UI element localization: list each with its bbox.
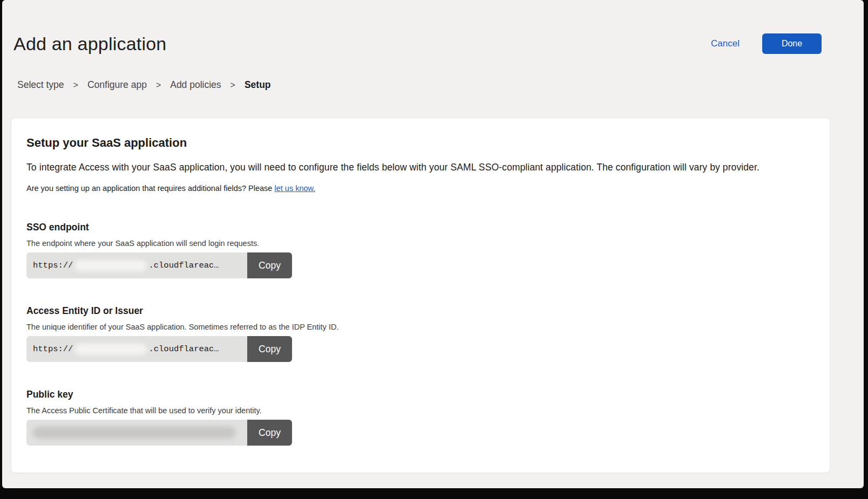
entity-id-value-prefix: https://	[33, 344, 73, 354]
breadcrumb-step-select-type[interactable]: Select type	[17, 79, 64, 91]
let-us-know-link[interactable]: let us know.	[274, 184, 315, 193]
setup-card: Setup your SaaS application To integrate…	[11, 118, 830, 473]
header-actions: Cancel Done	[711, 33, 822, 54]
card-intro-text: To integrate Access with your SaaS appli…	[26, 162, 815, 173]
breadcrumb-step-configure-app[interactable]: Configure app	[87, 79, 147, 91]
breadcrumb: Select type > Configure app > Add polici…	[2, 54, 864, 91]
entity-id-description: The unique identifier of your SaaS appli…	[26, 323, 815, 331]
breadcrumb-separator: >	[73, 80, 78, 90]
sso-endpoint-copy-button[interactable]: Copy	[247, 252, 292, 278]
public-key-value	[26, 420, 247, 446]
sso-endpoint-section: SSO endpoint The endpoint where your Saa…	[26, 222, 815, 278]
public-key-field: Copy	[26, 420, 292, 446]
public-key-label: Public key	[26, 389, 815, 400]
page-title: Add an application	[13, 33, 822, 54]
sso-endpoint-description: The endpoint where your SaaS application…	[26, 239, 815, 248]
page-header: Add an application Cancel Done	[2, 0, 864, 54]
breadcrumb-separator: >	[156, 80, 161, 90]
public-key-copy-button[interactable]: Copy	[247, 420, 292, 446]
public-key-section: Public key The Access Public Certificate…	[26, 389, 815, 446]
entity-id-value-suffix: .cloudflareac…	[148, 344, 219, 354]
sso-endpoint-value-suffix: .cloudflareac…	[148, 261, 219, 270]
sso-endpoint-value: https:// .cloudflareac…	[26, 252, 247, 278]
entity-id-value: https:// .cloudflareac…	[26, 336, 247, 362]
card-heading: Setup your SaaS application	[26, 136, 815, 150]
sso-endpoint-label: SSO endpoint	[26, 222, 815, 233]
redacted-value	[74, 344, 147, 355]
sso-endpoint-value-prefix: https://	[33, 261, 73, 270]
cancel-button[interactable]: Cancel	[711, 38, 740, 49]
entity-id-copy-button[interactable]: Copy	[247, 336, 292, 362]
redacted-value	[33, 427, 235, 439]
redacted-value	[74, 260, 147, 271]
app-window: Add an application Cancel Done Select ty…	[2, 0, 864, 488]
breadcrumb-separator: >	[230, 80, 235, 90]
breadcrumb-step-add-policies[interactable]: Add policies	[170, 79, 221, 91]
card-note-text: Are you setting up an application that r…	[26, 184, 274, 193]
entity-id-label: Access Entity ID or Issuer	[26, 305, 815, 317]
public-key-description: The Access Public Certificate that will …	[26, 406, 815, 415]
entity-id-field: https:// .cloudflareac… Copy	[26, 336, 292, 362]
card-note: Are you setting up an application that r…	[26, 184, 815, 193]
done-button[interactable]: Done	[762, 33, 822, 54]
entity-id-section: Access Entity ID or Issuer The unique id…	[26, 305, 815, 362]
breadcrumb-step-setup: Setup	[245, 79, 271, 91]
sso-endpoint-field: https:// .cloudflareac… Copy	[26, 252, 292, 278]
